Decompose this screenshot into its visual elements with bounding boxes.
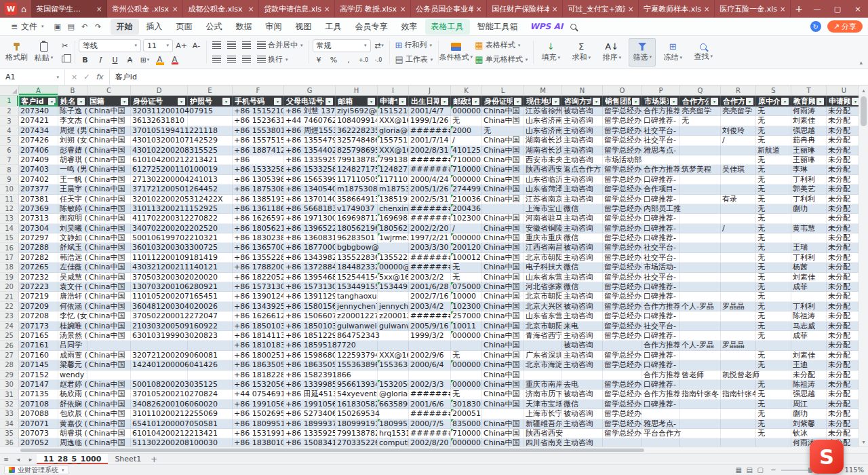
- cell-G33[interactable]: +86 52734062: [284, 409, 336, 419]
- cell-I16[interactable]: [378, 243, 409, 252]
- cell-F32[interactable]: +86 19910568: [233, 400, 284, 409]
- cell-H31[interactable]: 54xyevents: [336, 390, 378, 399]
- cell-B36[interactable]: 周逸临 (男): [58, 438, 87, 446]
- cell-C23[interactable]: China中国: [87, 311, 131, 321]
- cell-I25[interactable]: [378, 331, 409, 341]
- cell-G26[interactable]: +86 18595187720: [284, 341, 336, 350]
- file-tab[interactable]: 宁夏教师样本.xlsx×: [639, 0, 715, 18]
- row-number[interactable]: 27: [0, 351, 19, 360]
- cell-D15[interactable]: 500106199702210321: [131, 233, 188, 243]
- cell-P30[interactable]: 口碑推荐-: [642, 380, 680, 390]
- font-color-button[interactable]: A: [168, 54, 181, 66]
- cell-H13[interactable]: 169698712: [336, 214, 378, 223]
- cell-G20[interactable]: +86 1573130169: [284, 282, 336, 292]
- row-number[interactable]: 31: [0, 390, 19, 399]
- strikethrough-button[interactable]: A: [123, 54, 136, 66]
- cell-R22[interactable]: 罗晶晶: [721, 302, 756, 311]
- cell-C20[interactable]: China中国: [87, 282, 131, 292]
- cell-F7[interactable]: +86: [233, 155, 284, 165]
- filter-header-I[interactable]: 申请专用▾: [378, 96, 409, 107]
- format-painter-button[interactable]: 格式刷: [4, 43, 29, 62]
- filter-header-K[interactable]: 邮政编码▾: [451, 96, 482, 107]
- filter-dropdown-icon[interactable]: ▾: [441, 98, 448, 105]
- cell-L6[interactable]: China中国: [482, 146, 524, 155]
- cell-K21[interactable]: 10000: [451, 292, 482, 301]
- cell-O16[interactable]: 留学总经办: [603, 243, 642, 252]
- row-number[interactable]: 6: [0, 146, 19, 155]
- cell-J28[interactable]: 2000/6/4: [409, 360, 451, 370]
- cell-P23[interactable]: 口碑推荐-: [642, 311, 680, 321]
- cell-Q23[interactable]: [680, 311, 721, 321]
- cell-B35[interactable]: 胡睿琪 (女: [58, 429, 87, 438]
- cell-G2[interactable]: +86 刘慧 137052: [284, 107, 336, 116]
- row-number[interactable]: 32: [0, 400, 19, 409]
- cell-S32[interactable]: 无: [756, 400, 791, 409]
- cell-S2[interactable]: 无: [756, 107, 791, 116]
- cell-A36[interactable]: 207052: [19, 438, 58, 446]
- cell-Q19[interactable]: [680, 273, 721, 282]
- cell-P13[interactable]: 口碑推荐-: [642, 214, 680, 223]
- cell-F29[interactable]: +86 18182281: [233, 370, 284, 380]
- tab-close-icon[interactable]: ×: [704, 5, 709, 13]
- cell-L9[interactable]: China中国: [482, 175, 524, 185]
- cell-P17[interactable]: 社交平台-: [642, 253, 680, 263]
- cell-S10[interactable]: 无: [756, 185, 791, 194]
- cell-D12[interactable]: 310113200211152925: [131, 204, 188, 214]
- cell-J21[interactable]: 2002/7/16: [409, 292, 451, 301]
- cell-N3[interactable]: 主动咨询: [562, 116, 603, 126]
- cell-M33[interactable]: 上海市长宁: [524, 409, 562, 419]
- cell-I30[interactable]: 15320563@: [378, 380, 409, 390]
- cell-O35[interactable]: 留学总经办: [603, 429, 642, 438]
- cell-H9[interactable]: 117110505: [336, 175, 378, 185]
- page-break-view-icon[interactable]: ▢: [755, 466, 766, 474]
- cell-F6[interactable]: +86 18874129: [233, 146, 284, 155]
- cell-C6[interactable]: China中国: [87, 146, 131, 155]
- cell-T18[interactable]: 杨茜: [791, 263, 827, 272]
- cell-F35[interactable]: +86 15319918: [233, 429, 284, 438]
- column-letter-Q[interactable]: Q: [680, 86, 721, 95]
- cell-A29[interactable]: 207152: [19, 370, 58, 380]
- column-letter-R[interactable]: R: [721, 86, 756, 95]
- cell-U8[interactable]: 未分配: [827, 165, 862, 174]
- cell-H18[interactable]: 184482332: [336, 263, 378, 272]
- cell-U34[interactable]: 未分配: [827, 419, 862, 429]
- cell-N24[interactable]: 来电: [562, 322, 603, 331]
- cell-S18[interactable]: 无: [756, 263, 791, 272]
- wps-logo[interactable]: W: [5, 3, 17, 15]
- cell-Q31[interactable]: 指南针张冬: [680, 390, 721, 399]
- row-number[interactable]: 4: [0, 126, 19, 136]
- cell-G29[interactable]: +86 1582391866: [284, 370, 336, 380]
- cell-K6[interactable]: 410125: [451, 146, 482, 155]
- cell-T3[interactable]: 刘素佳: [791, 116, 827, 126]
- row-number[interactable]: 30: [0, 380, 19, 390]
- cell-B29[interactable]: wendy: [58, 370, 87, 380]
- cell-G17[interactable]: +86 1343982452: [284, 253, 336, 263]
- cell-C10[interactable]: China中国: [87, 185, 131, 194]
- cell-T4[interactable]: 强思越: [791, 126, 827, 136]
- column-letter-L[interactable]: L: [482, 86, 524, 95]
- cell-C22[interactable]: China中国: [87, 302, 131, 311]
- cell-M5[interactable]: 湖南省长沙: [524, 136, 562, 145]
- cell-R11[interactable]: 有录: [721, 195, 756, 204]
- cell-I35[interactable]: hrq153199: [378, 429, 409, 438]
- cell-K8[interactable]: 710000: [451, 165, 482, 174]
- cell-C3[interactable]: China中国: [87, 116, 131, 126]
- column-letter-K[interactable]: K: [451, 86, 482, 95]
- sheet-tab-Sheet1[interactable]: Sheet1: [108, 454, 148, 464]
- menu-tab-视图[interactable]: 视图: [290, 19, 318, 35]
- cell-K29[interactable]: [451, 370, 482, 380]
- cell-C8[interactable]: China中国: [87, 165, 131, 174]
- cell-G7[interactable]: +86 1335925706: [284, 155, 336, 165]
- cell-K36[interactable]: 000000: [451, 438, 482, 446]
- cell-P29[interactable]: 合作方推荐: [642, 370, 680, 380]
- cell-L11[interactable]: China中国: [482, 195, 524, 204]
- cell-K18[interactable]: 无: [451, 263, 482, 272]
- cell-H17[interactable]: 135522836: [336, 253, 378, 263]
- cell-S25[interactable]: 无: [756, 331, 791, 341]
- row-number[interactable]: 23: [0, 311, 19, 321]
- filter-dropdown-icon[interactable]: ▾: [632, 98, 639, 105]
- cell-H4[interactable]: 362228235: [336, 126, 378, 136]
- cell-T11[interactable]: 丁利利: [791, 195, 827, 204]
- cell-R15[interactable]: [721, 233, 756, 243]
- cell-M22[interactable]: 北京大兴区: [524, 302, 562, 311]
